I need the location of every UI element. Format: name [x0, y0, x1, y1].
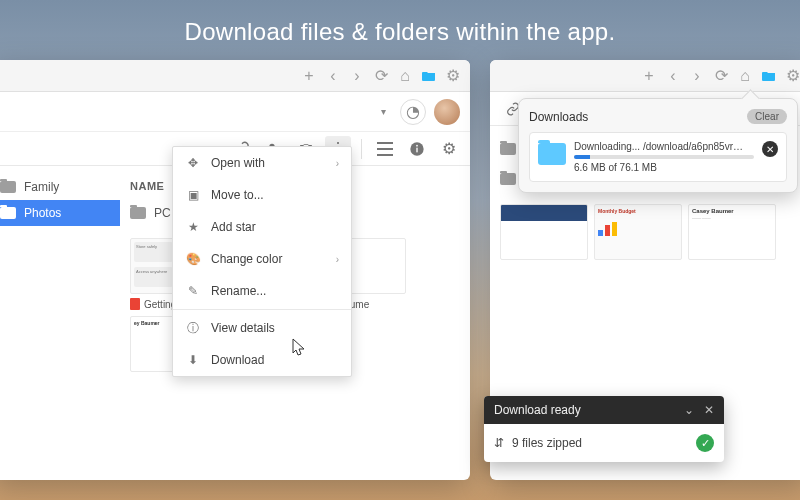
forward-icon[interactable]: › [686, 65, 708, 87]
settings-icon[interactable]: ⚙ [442, 65, 464, 87]
folder-download-icon [538, 143, 566, 165]
resume-name: Casey Baumer [692, 208, 772, 214]
tab-add-icon[interactable]: + [298, 65, 320, 87]
folder-icon [0, 181, 16, 193]
home-icon[interactable]: ⌂ [394, 65, 416, 87]
notifications-icon[interactable]: ◔ [400, 99, 426, 125]
sidebar: Family Photos [0, 166, 120, 480]
page-banner: Download files & folders within the app. [0, 0, 800, 60]
folder-icon [0, 207, 16, 219]
subbar-left: ▾ ◔ [0, 92, 470, 132]
download-progress-text: 6.6 MB of 76.1 MB [574, 162, 754, 173]
ctx-label: Download [211, 353, 264, 367]
svg-rect-5 [416, 147, 417, 152]
ctx-label: Move to... [211, 188, 264, 202]
toast-title: Download ready [494, 403, 581, 417]
toolbar-left: + ‹ › ⟳ ⌂ ⚙ [0, 60, 470, 92]
success-check-icon: ✓ [696, 434, 714, 452]
clear-button[interactable]: Clear [747, 109, 787, 124]
back-icon[interactable]: ‹ [662, 65, 684, 87]
ctx-download[interactable]: ⬇Download [173, 344, 351, 376]
ctx-label: Add star [211, 220, 256, 234]
info-icon: ⓘ [185, 320, 201, 336]
chevron-right-icon: › [336, 254, 339, 265]
context-menu: ✥Open with› ▣Move to... ★Add star 🎨Chang… [172, 146, 352, 377]
zip-icon: ⇵ [494, 436, 504, 450]
toolbar-right: + ‹ › ⟳ ⌂ ⚙ [490, 60, 800, 92]
popover-title: Downloads [529, 110, 588, 124]
sidebar-item-family[interactable]: Family [0, 174, 120, 200]
grid-cell-label: Store safely [134, 242, 173, 262]
open-with-icon: ✥ [185, 155, 201, 171]
move-icon: ▣ [185, 187, 201, 203]
download-toast: Download ready ⌄ ✕ ⇵ 9 files zipped ✓ [484, 396, 724, 462]
sidebar-item-label: Photos [24, 206, 61, 220]
grid-cell-label: Access anywhere [134, 267, 173, 287]
ctx-change-color[interactable]: 🎨Change color› [173, 243, 351, 275]
ctx-rename[interactable]: ✎Rename... [173, 275, 351, 307]
thumb-budget-right[interactable]: Monthly Budget [594, 204, 682, 264]
collapse-toast-icon[interactable]: ⌄ [684, 403, 694, 417]
list-view-icon[interactable] [372, 136, 398, 162]
ctx-label: Rename... [211, 284, 266, 298]
sidebar-item-label: Family [24, 180, 59, 194]
tab-add-icon[interactable]: + [638, 65, 660, 87]
close-toast-icon[interactable]: ✕ [704, 403, 714, 417]
folder-icon [500, 143, 516, 155]
ctx-label: Change color [211, 252, 282, 266]
back-icon[interactable]: ‹ [322, 65, 344, 87]
home-icon[interactable]: ⌂ [734, 65, 756, 87]
refresh-icon[interactable]: ⟳ [370, 65, 392, 87]
dropdown-caret-icon[interactable]: ▾ [375, 106, 392, 117]
cursor-icon [292, 338, 308, 361]
folder-toolbar-icon[interactable] [758, 65, 780, 87]
progress-bar [574, 155, 754, 159]
cancel-download-icon[interactable]: ✕ [762, 141, 778, 157]
thumb-right[interactable] [500, 204, 588, 264]
palette-icon: 🎨 [185, 251, 201, 267]
ctx-add-star[interactable]: ★Add star [173, 211, 351, 243]
separator [173, 309, 351, 310]
ctx-label: Open with [211, 156, 265, 170]
gear-icon[interactable]: ⚙ [436, 136, 462, 162]
svg-rect-1 [377, 142, 393, 144]
toast-body-text: 9 files zipped [512, 436, 582, 450]
ctx-open-with[interactable]: ✥Open with› [173, 147, 351, 179]
download-path: Downloading... /download/a6pn85vr19... [574, 141, 744, 152]
star-icon: ★ [185, 219, 201, 235]
download-icon: ⬇ [185, 352, 201, 368]
budget-title: Monthly Budget [598, 208, 678, 214]
folder-icon [130, 207, 146, 219]
svg-point-6 [416, 144, 418, 146]
refresh-icon[interactable]: ⟳ [710, 65, 732, 87]
ctx-move-to[interactable]: ▣Move to... [173, 179, 351, 211]
ctx-view-details[interactable]: ⓘView details [173, 312, 351, 344]
pdf-icon [130, 298, 140, 310]
downloads-popover: Downloads Clear Downloading... /download… [518, 98, 798, 193]
column-header-label: NAME [130, 180, 164, 192]
thumb-resume-right[interactable]: Casey Baumer——— ——— [688, 204, 776, 264]
chevron-right-icon: › [336, 158, 339, 169]
ctx-label: View details [211, 321, 275, 335]
svg-rect-3 [377, 154, 393, 156]
info-icon[interactable] [404, 136, 430, 162]
settings-icon[interactable]: ⚙ [782, 65, 800, 87]
avatar[interactable] [434, 99, 460, 125]
svg-rect-2 [377, 148, 393, 150]
download-row: Downloading... /download/a6pn85vr19... 6… [529, 132, 787, 182]
folder-icon [500, 173, 516, 185]
forward-icon[interactable]: › [346, 65, 368, 87]
folder-toolbar-icon[interactable] [418, 65, 440, 87]
sidebar-item-photos[interactable]: Photos [0, 200, 120, 226]
rename-icon: ✎ [185, 283, 201, 299]
